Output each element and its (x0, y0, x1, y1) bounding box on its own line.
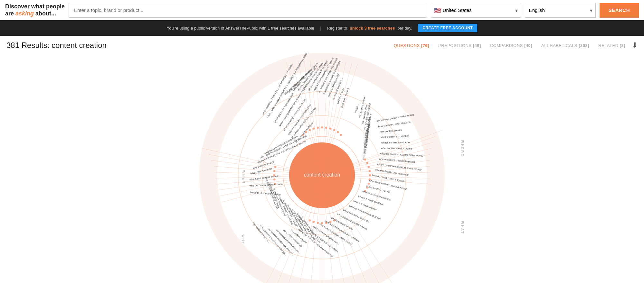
tab-prepositions-label: PREPOSITIONS (438, 43, 473, 48)
tab-alphabeticals-count: [208] (579, 43, 589, 48)
results-title: 381 Results: content creation (6, 41, 107, 50)
tab-related[interactable]: RELATED [8] (598, 43, 625, 48)
svg-point-8 (337, 131, 339, 133)
tab-alphabeticals-label: ALPHABETICALS (541, 43, 579, 48)
viz-svg: content creation (161, 53, 483, 283)
logo-line1: Discover what people (5, 3, 65, 10)
create-account-button[interactable]: CREATE FREE ACCOUNT (418, 24, 477, 32)
results-label: Results: (22, 41, 52, 50)
svg-point-11 (313, 128, 315, 130)
tab-questions-label: QUESTIONS (394, 43, 421, 48)
search-input-wrap (69, 3, 427, 18)
svg-point-17 (368, 183, 370, 185)
results-tabs: QUESTIONS [76] PREPOSITIONS [49] COMPARI… (394, 43, 625, 48)
svg-point-6 (329, 128, 332, 130)
svg-text:how content creator: how content creator (380, 129, 402, 133)
logo-about: about... (34, 10, 56, 17)
notification-bar: You're using a public version of AnswerT… (0, 20, 644, 36)
tab-alphabeticals[interactable]: ALPHABETICALS [208] (541, 43, 589, 48)
section-label-when: WHEN (242, 170, 245, 184)
svg-text:what do content creators make : what do content creators make money (380, 152, 423, 157)
search-button[interactable]: SEARCH (600, 3, 639, 18)
section-label-why: WHY (241, 234, 245, 245)
tab-comparisons-count: [40] (524, 43, 532, 48)
divider: | (320, 26, 321, 31)
svg-point-15 (369, 174, 371, 177)
svg-point-9 (340, 134, 342, 136)
svg-text:how content creators see who p: how content creators see who pa... (259, 225, 287, 256)
notification-text1: You're using a public version of AnswerT… (167, 26, 314, 31)
language-select[interactable]: English (525, 3, 596, 18)
section-label-what: WHAT (460, 221, 464, 234)
svg-text:how content creator all about: how content creator all about (378, 121, 411, 128)
tab-comparisons-label: COMPARISONS (490, 43, 524, 48)
section-label-where: WHERE (460, 140, 464, 157)
notification-text2: Register to (327, 26, 347, 31)
svg-text:what's content creator do: what's content creator do (342, 208, 370, 223)
svg-point-30 (309, 219, 311, 222)
svg-text:what's content production: what's content production (380, 134, 410, 139)
tab-related-count: [8] (620, 43, 625, 48)
header: Discover what people are asking about...… (0, 0, 644, 20)
tab-prepositions-count: [49] (473, 43, 481, 48)
notification-text3: per day. (397, 26, 412, 31)
tabs-and-download: QUESTIONS [76] PREPOSITIONS [49] COMPARI… (394, 41, 638, 50)
svg-text:what content creator means: what content creator means (381, 147, 412, 150)
results-bar: 381 Results: content creation QUESTIONS … (0, 36, 644, 53)
svg-text:what's content creator do: what's content creator do (381, 141, 410, 144)
tab-questions[interactable]: QUESTIONS [76] (394, 43, 429, 48)
svg-point-12 (309, 129, 311, 131)
unlock-link[interactable]: unlock 3 free searches (350, 26, 395, 31)
logo-asking: asking (15, 10, 34, 17)
lang-select-wrap: English ▾ (525, 3, 596, 18)
viz-area: content creation (0, 53, 644, 283)
results-query: content creation (52, 41, 107, 50)
country-select[interactable]: United States (431, 3, 521, 18)
svg-point-22 (366, 162, 368, 164)
svg-text:magaz...: magaz... (354, 103, 359, 113)
tab-prepositions[interactable]: PREPOSITIONS [49] (438, 43, 481, 48)
search-input[interactable] (69, 3, 427, 18)
svg-point-20 (369, 170, 371, 172)
logo-are: are (5, 10, 15, 17)
results-count: 381 (6, 41, 19, 50)
svg-text:what's content creator: what's content creator (330, 216, 354, 231)
download-icon[interactable]: ⬇ (632, 41, 638, 50)
logo: Discover what people are asking about... (5, 3, 65, 17)
tab-related-label: RELATED (598, 43, 620, 48)
svg-point-29 (313, 221, 315, 223)
svg-point-32 (273, 170, 276, 172)
country-select-wrap: 🇺🇸 United States ▾ (431, 3, 521, 18)
tab-comparisons[interactable]: COMPARISONS [40] (490, 43, 532, 48)
tab-questions-count: [76] (421, 43, 429, 48)
